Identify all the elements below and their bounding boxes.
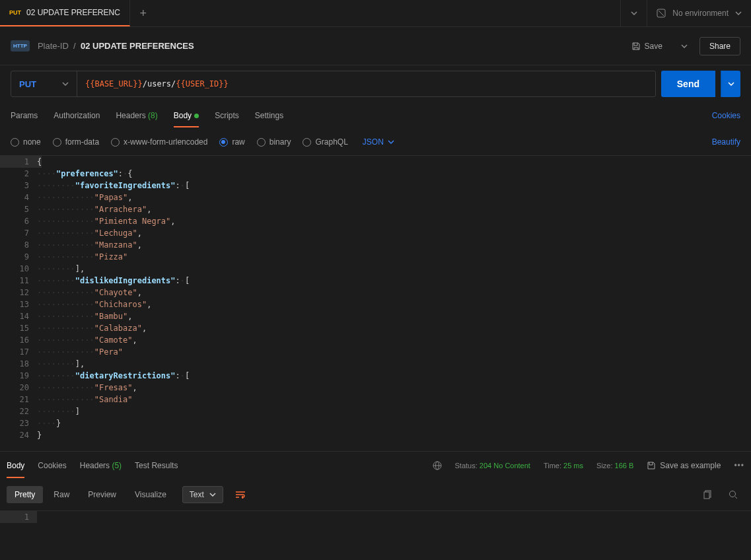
svg-point-7	[730, 491, 736, 497]
breadcrumb-current: 02 UPDATE PREFERENCES	[81, 41, 194, 51]
chevron-down-icon	[209, 493, 216, 497]
send-options-button[interactable]	[721, 71, 740, 97]
radio-none[interactable]: none	[11, 137, 41, 147]
send-button[interactable]: Send	[661, 71, 715, 97]
response-view-toolbar: Pretty Raw Preview Visualize Text	[0, 479, 751, 510]
environment-selector[interactable]: No environment	[647, 0, 751, 26]
response-view-pretty[interactable]: Pretty	[7, 486, 43, 503]
http-badge-icon: HTTP	[11, 40, 30, 52]
search-response-button[interactable]	[722, 486, 744, 503]
request-tabs: Params Authorization Headers (8) Body Sc…	[0, 102, 751, 129]
tab-title: 02 UPDATE PREFERENC	[26, 8, 120, 17]
response-view-visualize[interactable]: Visualize	[127, 486, 174, 503]
svg-line-8	[735, 497, 737, 499]
no-environment-icon	[657, 9, 666, 18]
response-body-viewer[interactable]: 1	[0, 510, 751, 530]
copy-icon	[703, 490, 713, 499]
save-options-button[interactable]	[677, 40, 692, 52]
radio-graphql[interactable]: GraphQL	[303, 137, 347, 147]
response-tab-body[interactable]: Body	[7, 453, 24, 478]
chevron-down-icon	[62, 82, 69, 86]
tab-settings[interactable]: Settings	[255, 104, 283, 127]
search-icon	[729, 490, 738, 499]
url-input[interactable]: {{BASE_URL}}/users/{{USER_ID}}	[77, 71, 655, 96]
response-tab-cookies[interactable]: Cookies	[38, 453, 66, 478]
svg-rect-6	[704, 492, 709, 499]
response-time: Time: 25 ms	[544, 462, 583, 470]
environment-label: No environment	[672, 9, 729, 18]
copy-response-button[interactable]	[697, 486, 719, 503]
more-options-button[interactable]: •••	[734, 461, 744, 470]
chevron-down-icon	[728, 82, 734, 86]
wrap-lines-button[interactable]	[231, 487, 250, 503]
response-tab-headers[interactable]: Headers (5)	[80, 453, 122, 478]
url-row: PUT {{BASE_URL}}/users/{{USER_ID}} Send	[0, 65, 751, 102]
beautify-button[interactable]: Beautify	[712, 137, 740, 147]
new-tab-button[interactable]: +	[130, 0, 157, 26]
share-button[interactable]: Share	[699, 37, 740, 55]
breadcrumb[interactable]: Plate-ID / 02 UPDATE PREFERENCES	[38, 41, 194, 51]
response-tab-tests[interactable]: Test Results	[135, 453, 178, 478]
save-icon	[647, 461, 656, 470]
breadcrumb-parent[interactable]: Plate-ID	[38, 41, 69, 51]
response-view-raw[interactable]: Raw	[46, 486, 77, 503]
request-header: HTTP Plate-ID / 02 UPDATE PREFERENCES Sa…	[0, 27, 751, 65]
body-language-select[interactable]: JSON	[363, 137, 394, 147]
chevron-down-icon	[388, 140, 394, 144]
wrap-icon	[235, 491, 246, 499]
tab-body[interactable]: Body	[174, 104, 199, 127]
body-type-row: none form-data x-www-form-urlencoded raw…	[0, 129, 751, 155]
response-tabs: Body Cookies Headers (5) Test Results St…	[0, 451, 751, 479]
response-size: Size: 166 B	[596, 462, 633, 470]
radio-binary[interactable]: binary	[257, 137, 291, 147]
tab-bar: PUT 02 UPDATE PREFERENC + No environment	[0, 0, 751, 27]
request-tab[interactable]: PUT 02 UPDATE PREFERENC	[0, 0, 130, 26]
response-status: Status: 204 No Content	[455, 462, 530, 470]
method-url-group: PUT {{BASE_URL}}/users/{{USER_ID}}	[11, 71, 656, 97]
tabs-overflow-button[interactable]	[620, 0, 647, 26]
tab-headers[interactable]: Headers (8)	[116, 104, 157, 127]
radio-urlencoded[interactable]: x-www-form-urlencoded	[111, 137, 207, 147]
tab-method-badge: PUT	[9, 9, 21, 16]
response-view-preview[interactable]: Preview	[80, 486, 124, 503]
tab-params[interactable]: Params	[11, 104, 38, 127]
save-button[interactable]: Save	[625, 38, 669, 55]
http-method-select[interactable]: PUT	[11, 71, 77, 96]
tab-authorization[interactable]: Authorization	[54, 104, 100, 127]
chevron-down-icon	[681, 44, 688, 48]
modified-dot-icon	[194, 114, 199, 118]
radio-formdata[interactable]: form-data	[53, 137, 99, 147]
globe-icon[interactable]	[433, 461, 442, 470]
tab-scripts[interactable]: Scripts	[215, 104, 239, 127]
chevron-down-icon	[631, 11, 637, 15]
radio-raw[interactable]: raw	[219, 137, 244, 147]
response-language-select[interactable]: Text	[182, 486, 223, 503]
save-as-example-button[interactable]: Save as example	[647, 461, 721, 470]
chevron-down-icon	[735, 11, 742, 15]
save-icon	[631, 42, 641, 51]
request-body-editor[interactable]: 1{2····"preferences":·{3········"favorit…	[0, 155, 751, 451]
svg-line-1	[659, 11, 664, 16]
cookies-link[interactable]: Cookies	[712, 111, 740, 120]
